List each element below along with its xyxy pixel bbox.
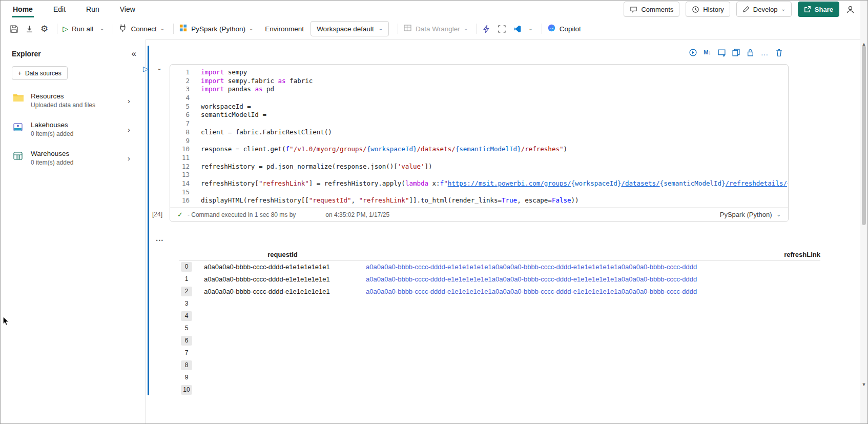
table-row: 7: [179, 347, 820, 359]
row-index: 6: [181, 336, 192, 346]
tab-view[interactable]: View: [119, 2, 136, 17]
code-line[interactable]: 3import pandas as pd: [170, 85, 788, 94]
lakehouse-icon: [13, 122, 24, 132]
line-number: 5: [170, 103, 190, 111]
code-lines[interactable]: 1import sempy2import sempy.fabric as fab…: [170, 65, 788, 205]
item-subtitle: 0 item(s) added: [31, 130, 73, 137]
line-number: 10: [170, 145, 190, 154]
history-button[interactable]: History: [686, 2, 730, 17]
download-icon[interactable]: [25, 25, 34, 33]
settings-gear-icon[interactable]: ⚙: [40, 25, 48, 33]
run-session-icon[interactable]: [689, 48, 697, 57]
delete-cell-icon[interactable]: [775, 48, 783, 57]
code-line[interactable]: 11: [170, 154, 788, 163]
line-number: 6: [170, 111, 190, 119]
cell-kernel-dropdown[interactable]: PySpark (Python) ⌄: [720, 211, 781, 218]
frame-icon[interactable]: [498, 25, 506, 33]
row-index: 7: [181, 348, 192, 358]
table-row: 1a0a0a0a0-bbbb-cccc-dddd-e1e1e1e1e1e1a0a…: [179, 273, 820, 285]
more-options-icon[interactable]: …: [760, 48, 769, 57]
copy-cell-icon[interactable]: [732, 48, 740, 57]
sidebar-item-lakehouses[interactable]: Lakehouses 0 item(s) added ›: [1, 115, 146, 144]
code-line[interactable]: 12refreshHistory = pd.json_normalize(res…: [170, 163, 788, 171]
scroll-down-icon[interactable]: ▼: [861, 382, 866, 387]
run-cell-icon[interactable]: ▷: [143, 65, 149, 73]
active-cell-indicator: [148, 46, 149, 395]
lightning-icon[interactable]: [482, 25, 491, 33]
code-line-text: import sempy.fabric as fabric: [201, 77, 313, 86]
tab-edit[interactable]: Edit: [52, 2, 67, 17]
code-line[interactable]: 9: [170, 137, 788, 146]
code-line-text: workspaceId =: [201, 103, 255, 111]
line-number: 12: [170, 163, 190, 171]
chevron-right-icon[interactable]: ›: [128, 154, 130, 163]
account-icon[interactable]: [845, 5, 855, 14]
code-line[interactable]: 4: [170, 94, 788, 103]
item-subtitle: Uploaded data and files: [31, 102, 95, 109]
vertical-scrollbar[interactable]: ▲ ▼: [860, 1, 867, 423]
collapse-panel-icon[interactable]: «: [132, 49, 136, 59]
environment-button[interactable]: Environment: [265, 25, 304, 33]
code-line[interactable]: 1import sempy: [170, 68, 788, 77]
refreshlink-cell[interactable]: a0a0a0a0-bbbb-cccc-dddd-e1e1e1e1e1e1a0a0…: [366, 263, 820, 271]
connect-dropdown[interactable]: Connect ⌄: [118, 24, 164, 34]
copilot-button[interactable]: Copilot: [547, 24, 581, 34]
output-collapse-toggle[interactable]: ...: [156, 234, 164, 243]
menubar: Home Edit Run View Comments History Deve…: [1, 1, 860, 18]
code-line[interactable]: 10response = client.get(f"/v1.0/myorg/gr…: [170, 145, 788, 154]
code-line[interactable]: 7: [170, 119, 788, 128]
row-index: 8: [181, 360, 192, 370]
vscode-icon[interactable]: [513, 25, 522, 33]
language-dropdown[interactable]: PySpark (Python) ⌄: [179, 24, 253, 34]
share-button[interactable]: Share: [798, 2, 839, 17]
chevron-right-icon[interactable]: ›: [128, 96, 130, 105]
row-index: 10: [181, 385, 192, 395]
line-number: 14: [170, 179, 190, 188]
run-all-chevron-icon[interactable]: ⌄: [100, 26, 104, 31]
code-line[interactable]: 16displayHTML(refreshHistory[["requestId…: [170, 196, 788, 205]
code-line[interactable]: 8client = fabric.FabricRestClient(): [170, 128, 788, 137]
line-number: 8: [170, 128, 190, 137]
run-all-button[interactable]: ▷ Run all: [63, 25, 93, 33]
code-line[interactable]: 2import sempy.fabric as fabric: [170, 77, 788, 86]
lock-cell-icon[interactable]: [746, 48, 755, 57]
sidebar-item-warehouses[interactable]: Warehouses 0 item(s) added ›: [1, 144, 146, 172]
toolbar-separator: [477, 24, 477, 34]
tab-run[interactable]: Run: [85, 2, 100, 17]
pencil-icon: [742, 6, 750, 13]
line-number: 3: [170, 85, 190, 94]
row-index: 4: [181, 311, 192, 321]
collapse-cell-icon[interactable]: ⌄: [157, 65, 162, 72]
workspace-label: Workspace default: [317, 25, 374, 33]
explorer-title: Explorer: [12, 50, 41, 58]
convert-to-markdown-icon[interactable]: M↓: [703, 48, 712, 57]
develop-button[interactable]: Develop ⌄: [736, 2, 792, 17]
table-row: 3: [179, 297, 820, 310]
copilot-icon: [547, 24, 556, 34]
code-line[interactable]: 15: [170, 188, 788, 197]
data-wrangler-icon: [403, 24, 412, 34]
code-line[interactable]: 13: [170, 171, 788, 179]
run-all-label: Run all: [72, 25, 93, 33]
environment-label: Environment: [265, 25, 304, 33]
code-line[interactable]: 14refreshHistory["refreshLink"] = refres…: [170, 179, 788, 188]
toolbar-separator: [542, 24, 542, 34]
code-line[interactable]: 5workspaceId =: [170, 103, 788, 111]
save-button[interactable]: [10, 25, 18, 33]
chevron-right-icon[interactable]: ›: [128, 125, 130, 134]
refreshlink-cell[interactable]: a0a0a0a0-bbbb-cccc-dddd-e1e1e1e1e1e1a0a0…: [366, 275, 820, 283]
workspace-dropdown[interactable]: Workspace default ⌄: [311, 21, 389, 36]
tab-home[interactable]: Home: [12, 2, 34, 17]
comments-button[interactable]: Comments: [624, 2, 679, 17]
sidebar-item-resources[interactable]: Resources Uploaded data and files ›: [1, 86, 146, 115]
code-line[interactable]: 6semanticModelId =: [170, 111, 788, 119]
hide-input-icon[interactable]: [717, 48, 726, 57]
code-line-text: refreshHistory = pd.json_normalize(respo…: [201, 163, 432, 171]
vscode-chevron-icon[interactable]: ⌄: [528, 26, 532, 31]
scrollbar-thumb[interactable]: [862, 46, 866, 225]
warehouse-icon: [13, 151, 24, 161]
add-data-sources-button[interactable]: + Data sources: [12, 66, 68, 80]
row-index: 3: [181, 299, 192, 309]
refreshlink-cell[interactable]: a0a0a0a0-bbbb-cccc-dddd-e1e1e1e1e1e1a0a0…: [366, 288, 820, 295]
play-icon: ▷: [63, 25, 68, 33]
